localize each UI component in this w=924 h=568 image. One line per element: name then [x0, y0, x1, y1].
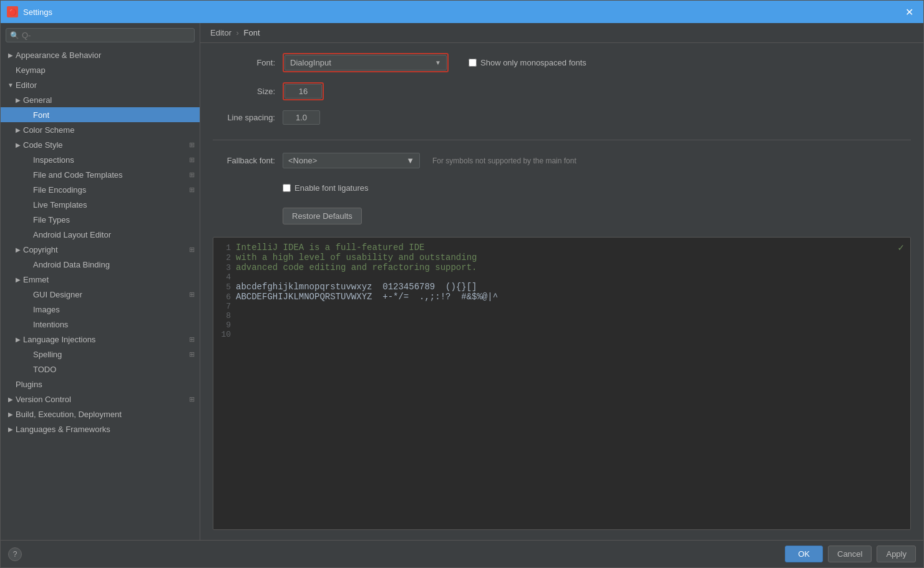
- arrow-icon: ▶: [13, 274, 23, 284]
- line-number: 4: [216, 272, 236, 282]
- size-input-wrapper: [283, 82, 324, 100]
- size-input[interactable]: [284, 84, 322, 99]
- search-box[interactable]: 🔍: [6, 28, 195, 42]
- line-content: IntelliJ IDEA is a full-featured IDE: [236, 243, 424, 253]
- copy-icon: ⊞: [189, 171, 195, 179]
- font-dropdown[interactable]: DialogInput ▼: [284, 55, 447, 70]
- line-number: 7: [216, 302, 236, 311]
- line-content: with a high level of usability and outst…: [236, 253, 477, 262]
- ligatures-label: Enable font ligatures: [294, 183, 369, 193]
- sidebar-item-color-scheme[interactable]: ▶ Color Scheme: [1, 122, 200, 137]
- sidebar-item-copyright[interactable]: ▶ Copyright ⊞: [1, 242, 200, 257]
- arrow-icon: ▶: [13, 140, 23, 150]
- sidebar-item-general[interactable]: ▶ General: [1, 92, 200, 107]
- preview-area: ✓ 1 IntelliJ IDEA is a full-featured IDE…: [213, 237, 911, 530]
- sidebar-item-version-control[interactable]: ▶ Version Control ⊞: [1, 392, 200, 407]
- nav-tree: ▶ Appearance & Behavior ▶ Keymap ▼ Edito…: [1, 47, 200, 540]
- search-input[interactable]: [22, 31, 190, 40]
- line-number: 1: [216, 243, 236, 253]
- cancel-button[interactable]: Cancel: [828, 546, 872, 562]
- settings-window: 🔴 Settings ✕ 🔍 ▶ Appearance & Behavior: [0, 0, 924, 568]
- line-number: 5: [216, 282, 236, 292]
- title-bar: 🔴 Settings ✕: [1, 1, 923, 23]
- arrow-icon: ▶: [13, 95, 23, 105]
- line-number: 10: [216, 330, 236, 339]
- arrow-icon: ▶: [6, 50, 16, 60]
- sidebar-item-languages[interactable]: ▶ Languages & Frameworks: [1, 421, 200, 436]
- title-bar-left: 🔴 Settings: [7, 6, 52, 17]
- copy-icon: ⊞: [189, 291, 195, 299]
- font-label: Font:: [213, 58, 275, 67]
- sidebar-item-keymap[interactable]: ▶ Keymap: [1, 62, 200, 77]
- preview-line-9: 9: [216, 320, 908, 330]
- copy-icon: ⊞: [189, 350, 195, 359]
- preview-line-2: 2 with a high level of usability and out…: [216, 253, 908, 262]
- sidebar-item-language-injections[interactable]: ▶ Language Injections ⊞: [1, 332, 200, 347]
- ligatures-checkbox[interactable]: [283, 184, 291, 192]
- close-button[interactable]: ✕: [902, 5, 917, 19]
- dropdown-arrow-icon: ▼: [435, 59, 441, 66]
- line-spacing-input[interactable]: [283, 110, 320, 125]
- breadcrumb: Editor › Font: [200, 23, 923, 43]
- arrow-icon: ▶: [6, 409, 16, 419]
- arrow-icon: ▶: [13, 334, 23, 344]
- monospaced-checkbox[interactable]: [469, 59, 477, 67]
- preview-line-5: 5 abcdefghijklmnopqrstuvwxyz 0123456789 …: [216, 282, 908, 292]
- help-button[interactable]: ?: [8, 547, 22, 561]
- restore-row: Restore Defaults: [283, 205, 911, 224]
- sidebar-item-build[interactable]: ▶ Build, Execution, Deployment: [1, 407, 200, 421]
- sidebar-item-font[interactable]: ▶ Font: [1, 107, 200, 122]
- divider: [213, 140, 911, 140]
- fallback-dropdown[interactable]: <None> ▼: [283, 153, 420, 168]
- restore-defaults-button[interactable]: Restore Defaults: [283, 208, 362, 224]
- size-row: Size:: [213, 82, 911, 100]
- copy-icon: ⊞: [189, 246, 195, 254]
- sidebar-item-file-encodings[interactable]: ▶ File Encodings ⊞: [1, 182, 200, 197]
- sidebar-item-inspections[interactable]: ▶ Inspections ⊞: [1, 152, 200, 167]
- sidebar-item-images[interactable]: ▶ Images: [1, 302, 200, 317]
- preview-line-6: 6 ABCDEFGHIJKLMNOPQRSTUVWXYZ +-*/= .,;:!…: [216, 292, 908, 302]
- dialog-buttons: OK Cancel Apply: [785, 546, 916, 562]
- sidebar-item-live-templates[interactable]: ▶ Live Templates: [1, 197, 200, 212]
- fallback-arrow-icon: ▼: [406, 156, 414, 165]
- arrow-icon: ▶: [6, 394, 16, 404]
- sidebar-item-todo[interactable]: ▶ TODO: [1, 362, 200, 377]
- sidebar-item-appearance[interactable]: ▶ Appearance & Behavior: [1, 47, 200, 62]
- preview-line-10: 10: [216, 330, 908, 339]
- ok-button[interactable]: OK: [785, 546, 823, 562]
- size-label: Size:: [213, 87, 275, 96]
- line-content: abcdefghijklmnopqrstuvwxyz 0123456789 ()…: [236, 282, 477, 292]
- sidebar-item-intentions[interactable]: ▶ Intentions: [1, 317, 200, 332]
- monospaced-label: Show only monospaced fonts: [480, 58, 586, 67]
- monospaced-row: Show only monospaced fonts: [469, 58, 586, 67]
- arrow-icon: ▶: [13, 125, 23, 135]
- window-title: Settings: [23, 7, 52, 17]
- line-number: 2: [216, 253, 236, 262]
- right-panel: Editor › Font Font: DialogInput ▼: [200, 23, 923, 540]
- fallback-label: Fallback font:: [213, 156, 275, 165]
- copy-icon: ⊞: [189, 395, 195, 403]
- fallback-value: <None>: [288, 156, 317, 165]
- copy-icon: ⊞: [189, 156, 195, 164]
- sidebar-item-gui-designer[interactable]: ▶ GUI Designer ⊞: [1, 287, 200, 302]
- checkmark-icon: ✓: [898, 241, 904, 254]
- sidebar-item-code-style[interactable]: ▶ Code Style ⊞: [1, 137, 200, 152]
- sidebar-item-android-data[interactable]: ▶ Android Data Binding: [1, 257, 200, 272]
- preview-line-3: 3 advanced code editing and refactoring …: [216, 262, 908, 272]
- line-number: 6: [216, 292, 236, 302]
- fallback-row: Fallback font: <None> ▼ For symbols not …: [213, 153, 911, 168]
- sidebar-item-file-code-templates[interactable]: ▶ File and Code Templates ⊞: [1, 167, 200, 182]
- app-icon: 🔴: [7, 6, 18, 17]
- apply-button[interactable]: Apply: [877, 546, 916, 562]
- line-number: 8: [216, 311, 236, 320]
- preview-line-7: 7: [216, 302, 908, 311]
- sidebar-item-file-types[interactable]: ▶ File Types: [1, 212, 200, 227]
- sidebar-item-spelling[interactable]: ▶ Spelling ⊞: [1, 347, 200, 362]
- sidebar-item-android-layout[interactable]: ▶ Android Layout Editor: [1, 227, 200, 242]
- sidebar-item-emmet[interactable]: ▶ Emmet: [1, 272, 200, 287]
- arrow-icon: ▼: [6, 80, 16, 90]
- font-dropdown-wrapper: DialogInput ▼: [283, 53, 449, 72]
- sidebar-item-plugins[interactable]: ▶ Plugins: [1, 377, 200, 392]
- sidebar-item-editor[interactable]: ▼ Editor: [1, 77, 200, 92]
- font-value: DialogInput: [290, 58, 331, 67]
